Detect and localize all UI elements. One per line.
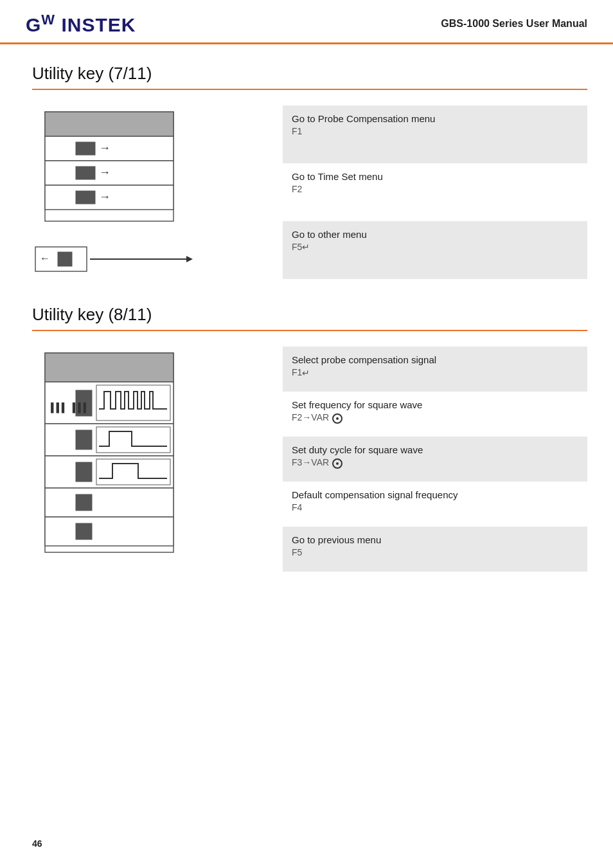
svg-rect-25 — [76, 462, 92, 482]
section-811: Utility key (8/11) — [32, 305, 587, 572]
svg-rect-17 — [45, 353, 173, 382]
menu-key-811-5: F5 — [292, 547, 578, 559]
page-header: GW INSTEK GBS-1000 Series User Manual — [0, 0, 613, 44]
menu-key-711-3: F5↵ — [292, 241, 578, 254]
svg-rect-29 — [45, 517, 173, 546]
diagram-711-svg: → → → — [32, 105, 263, 234]
svg-rect-22 — [76, 430, 92, 449]
menu-key-811-3: F3→VAR — [292, 457, 578, 469]
svg-text:→: → — [99, 141, 111, 154]
menu-table-711: Go to Probe Compensation menu F1 Go to T… — [283, 105, 587, 279]
diagram-711: → → → — [32, 105, 270, 279]
diagram-711-nav: ← — [32, 240, 212, 279]
menu-desc-711-2: Go to Time Set menu — [292, 170, 578, 183]
diagram-811: ▐▐▐ ▐▐▐ — [32, 347, 270, 572]
svg-rect-6 — [76, 167, 95, 179]
menu-desc-811-4: Default compensation signal frequency — [292, 488, 578, 502]
section-711-title: Utility key (7/11) — [32, 64, 587, 84]
menu-desc-811-5: Go to previous menu — [292, 533, 578, 547]
section-711: Utility key (7/11) → — [32, 64, 587, 279]
svg-text:←: ← — [40, 253, 50, 264]
section-811-title: Utility key (8/11) — [32, 305, 587, 325]
company-logo: GW INSTEK — [26, 12, 136, 36]
menu-row-811-4: Default compensation signal frequency F4 — [283, 482, 587, 527]
svg-rect-3 — [76, 142, 95, 155]
menu-row-711-3: Go to other menu F5↵ — [283, 221, 587, 280]
menu-key-811-1: F1↵ — [292, 366, 578, 379]
menu-key-811-2: F2→VAR — [292, 411, 578, 424]
svg-text:→: → — [99, 190, 111, 203]
svg-point-35 — [336, 462, 339, 465]
menu-desc-811-1: Select probe compensation signal — [292, 353, 578, 366]
svg-text:→: → — [99, 166, 111, 179]
svg-rect-30 — [76, 523, 92, 539]
section-711-divider — [32, 89, 587, 90]
page-number: 46 — [32, 838, 42, 849]
svg-point-33 — [336, 417, 339, 420]
var-knob-icon-3 — [332, 458, 343, 469]
menu-row-811-5: Go to previous menu F5 — [283, 527, 587, 572]
svg-rect-23 — [96, 427, 170, 453]
menu-desc-711-3: Go to other menu — [292, 228, 578, 241]
section-811-divider — [32, 330, 587, 331]
menu-desc-811-3: Set duty cycle for square wave — [292, 443, 578, 457]
enter-icon-711: ↵ — [302, 241, 310, 254]
menu-key-811-4: F4 — [292, 502, 578, 514]
var-knob-icon-2 — [332, 413, 343, 424]
menu-row-811-3: Set duty cycle for square wave F3→VAR — [283, 437, 587, 482]
menu-row-711-2: Go to Time Set menu F2 — [283, 163, 587, 221]
section-811-body: ▐▐▐ ▐▐▐ Select probe compensation signal… — [32, 347, 587, 572]
svg-marker-15 — [186, 256, 193, 262]
svg-rect-1 — [45, 112, 173, 136]
svg-rect-28 — [76, 494, 92, 511]
svg-rect-9 — [76, 191, 95, 204]
menu-table-811: Select probe compensation signal F1↵ Set… — [283, 347, 587, 572]
menu-key-711-1: F1 — [292, 125, 578, 138]
svg-rect-12 — [58, 252, 72, 266]
menu-desc-811-2: Set frequency for square wave — [292, 398, 578, 411]
menu-row-811-1: Select probe compensation signal F1↵ — [283, 347, 587, 392]
svg-rect-27 — [45, 488, 173, 517]
menu-key-711-2: F2 — [292, 183, 578, 196]
menu-desc-711-1: Go to Probe Compensation menu — [292, 112, 578, 125]
section-711-body: → → → — [32, 105, 587, 279]
enter-icon-811-1: ↵ — [302, 367, 310, 380]
diagram-811-svg: ▐▐▐ ▐▐▐ — [32, 347, 270, 572]
menu-row-811-2: Set frequency for square wave F2→VAR — [283, 392, 587, 437]
menu-row-711-1: Go to Probe Compensation menu F1 — [283, 105, 587, 163]
manual-title: GBS-1000 Series User Manual — [441, 18, 587, 30]
svg-text:▐▐▐ ▐▐▐: ▐▐▐ ▐▐▐ — [48, 402, 87, 413]
